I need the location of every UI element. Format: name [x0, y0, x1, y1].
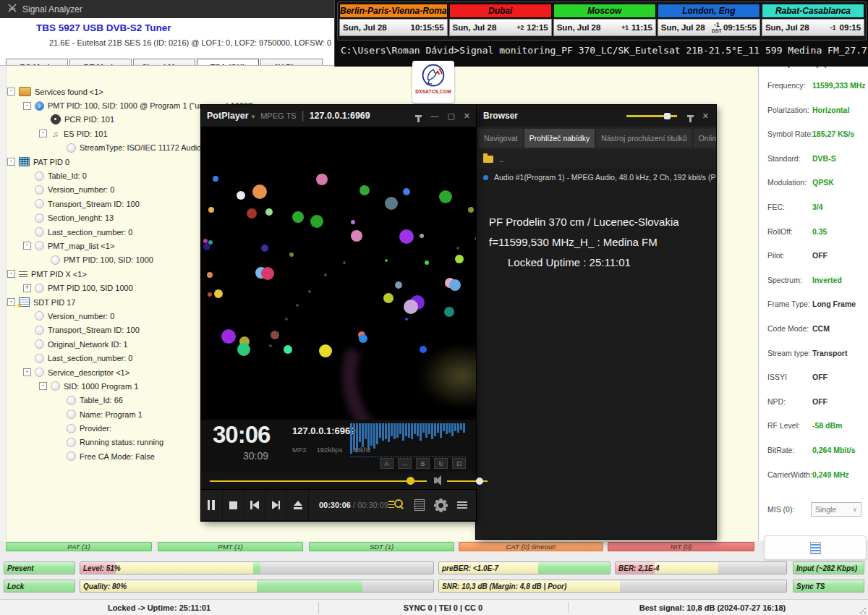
collapse-box-icon[interactable]: - [39, 382, 47, 390]
meter-preber: preBER: <1.0E-7 [438, 561, 610, 574]
seek-bar[interactable] [210, 480, 427, 482]
browser-tab[interactable]: Prohlížeč nabídky [524, 129, 595, 148]
log-panel-button[interactable] [764, 535, 867, 560]
signal-overlay-text: PF Prodelin 370 cm / Lucenec-Slovakia f=… [489, 212, 706, 273]
collapse-box-icon[interactable]: - [39, 130, 47, 137]
search-icon[interactable] [388, 499, 403, 511]
mis-label: MIS (0): [767, 505, 794, 514]
gear-icon[interactable] [436, 501, 446, 510]
visualization-dot [403, 188, 410, 195]
minimize-button[interactable]: — [430, 112, 438, 120]
maximize-button[interactable]: ▢ [447, 112, 454, 120]
meter-ber: BER: 2,1E-4 [615, 561, 787, 574]
clock-column: DubaiSun, Jul 28+212:15 [449, 4, 552, 38]
dot-icon [67, 438, 76, 447]
browser-tab[interactable]: Navigovat [479, 129, 523, 148]
visualization-dot [276, 331, 279, 334]
visualization-dot [439, 190, 452, 203]
browser-titlebar[interactable]: Browser ✕ [476, 105, 716, 127]
potplayer-menu[interactable]: PotPlayer [207, 111, 249, 121]
clock-column: London, EngSun, Jul 28-1DST09:15:55 [658, 4, 760, 38]
hamburger-menu-icon[interactable] [457, 501, 467, 509]
clock-city: Moscow [553, 4, 656, 18]
clock-time: 10:15:55 [411, 23, 444, 32]
ab-button[interactable]: ↻ [434, 458, 448, 469]
visualization-dot [237, 343, 250, 356]
spectrum-bar [437, 423, 439, 433]
chevron-down-icon: ∨ [852, 506, 857, 513]
stream-url-info: 127.0.0.1:6969 [292, 425, 355, 436]
close-button[interactable]: ✕ [702, 111, 709, 121]
volume-slider[interactable] [447, 480, 488, 482]
dot-icon [35, 171, 44, 181]
dot-icon [35, 354, 44, 363]
overlay-line-3: Locked Uptime : 25:11:01 [508, 253, 706, 273]
spectrum-bar [405, 423, 407, 436]
browser-tab[interactable]: Online S [694, 129, 716, 148]
ab-button[interactable]: B [416, 458, 430, 469]
collapse-box-icon[interactable]: - [7, 298, 15, 306]
playlist-icon[interactable] [414, 499, 425, 511]
tree-scrollbar[interactable] [0, 66, 7, 541]
stop-button[interactable] [223, 490, 244, 520]
volume-icon[interactable] [434, 478, 437, 483]
spectrum-bar [402, 423, 404, 441]
browser-slider-knob[interactable] [664, 113, 671, 119]
browser-slider[interactable] [626, 115, 677, 117]
current-time: 00:30:06 [319, 501, 351, 509]
clock-date: Sun, Jul 28 [557, 23, 618, 32]
spectrum-bar [367, 423, 370, 450]
parameter-label: Pilot: [767, 251, 784, 260]
collapse-box-icon[interactable]: - [23, 102, 31, 110]
collapse-box-icon[interactable]: - [7, 270, 15, 278]
spectrum-bar [385, 423, 387, 439]
video-area[interactable] [201, 127, 476, 420]
parameter-row: Code Mode:CCM [759, 324, 868, 336]
titlebar-separator: | [302, 109, 305, 122]
collapse-box-icon[interactable]: - [23, 368, 31, 376]
folder-row[interactable]: .. [476, 150, 716, 169]
audio-track-row[interactable]: Audio #1(Program 1) - MPEG Audio, 48.0 k… [476, 169, 716, 186]
parameter-value: OFF [812, 397, 827, 406]
signal-analyzer-app: Signal Analyzer TBS 5927 USB DVB-S2 Tune… [0, 0, 868, 615]
pin-icon[interactable] [687, 115, 694, 117]
tree-label: Original_Network ID: 1 [48, 340, 128, 349]
clock-time: 09:15:55 [723, 23, 757, 32]
pin-icon[interactable] [415, 115, 422, 117]
pause-button[interactable] [201, 490, 223, 520]
resize-grip[interactable] [859, 607, 867, 614]
next-button[interactable] [265, 490, 287, 520]
world-clock-widget: Berlin-Paris-Vienna-RomaSun, Jul 2810:15… [337, 1, 867, 41]
tree-label: Running status: running [80, 438, 163, 446]
volume-thumb[interactable] [476, 478, 483, 485]
elapsed-time-big: 30:06 [213, 421, 270, 449]
tree-label: Provider: [80, 424, 111, 433]
tree-label: ES PID: 101 [64, 130, 108, 138]
expand-box-icon[interactable]: + [23, 284, 31, 292]
tree-row[interactable]: -Services found <1> [7, 85, 254, 98]
eject-icon [294, 501, 302, 509]
parameter-label: RF Level: [767, 421, 800, 430]
browser-window: Browser ✕ NavigovatProhlížeč nabídkyNást… [476, 105, 716, 539]
collapse-box-icon[interactable]: - [7, 88, 15, 96]
potplayer-titlebar[interactable]: PotPlayer ▾ MPEG TS | 127.0.0.1:6969 — ▢… [201, 105, 476, 127]
visualization-dot [207, 272, 213, 278]
collapse-box-icon[interactable]: - [7, 158, 15, 166]
clock-date: Sun, Jul 28 [765, 23, 827, 32]
seek-thumb[interactable] [407, 477, 414, 485]
eject-button[interactable] [287, 490, 309, 520]
ab-button[interactable]: ↔ [398, 458, 412, 469]
tree-label: Version_number: 0 [48, 185, 114, 194]
audio-spectrum [350, 423, 466, 457]
parameter-row: Frame Type:Long Frame [759, 300, 868, 311]
ab-button[interactable]: A [380, 458, 393, 469]
previous-button[interactable] [244, 490, 266, 520]
collapse-box-icon[interactable]: - [23, 242, 31, 250]
spectrum-bar [399, 423, 401, 434]
es-icon: ♫ [51, 130, 60, 138]
close-button[interactable]: ✕ [464, 112, 470, 120]
browser-tab[interactable]: Nástroj procházení titulků [596, 129, 692, 148]
av-icon: ♪ [35, 101, 44, 111]
ab-button[interactable]: ⊡ [452, 458, 466, 469]
mis-select[interactable]: Single ∨ [811, 502, 861, 517]
